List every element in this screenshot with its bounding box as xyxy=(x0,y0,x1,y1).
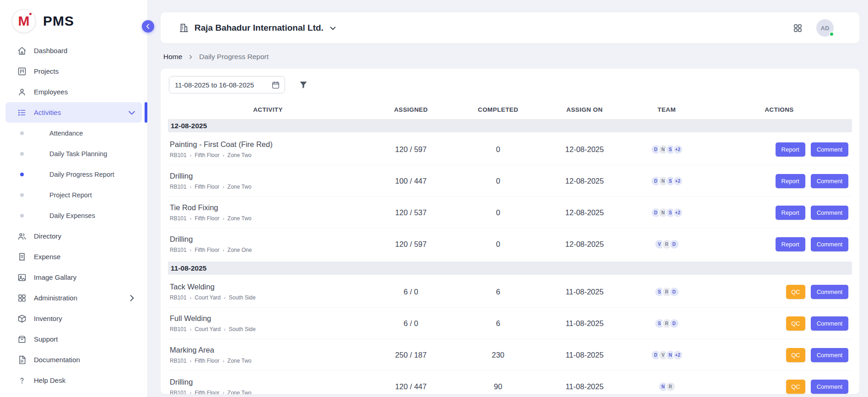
report-button[interactable]: Report xyxy=(776,142,805,157)
qc-button[interactable]: QC xyxy=(786,348,805,362)
bullet-icon xyxy=(20,173,24,176)
gallery-icon xyxy=(17,273,27,282)
report-button[interactable]: Report xyxy=(776,206,805,220)
team-member-avatar: D xyxy=(669,287,679,297)
active-indicator-bar xyxy=(145,102,147,123)
column-header-activity: ACTIVITY xyxy=(168,106,368,113)
apps-grid-icon[interactable] xyxy=(793,23,803,33)
date-range-input[interactable]: 11-08-2025 to 16-08-2025 xyxy=(169,76,285,93)
sidebar-item-label: Administration xyxy=(34,294,77,302)
comment-button[interactable]: Comment xyxy=(811,285,848,299)
sidebar-subitem-project-report[interactable]: Project Report xyxy=(5,185,142,205)
pms-logo-icon: M xyxy=(12,9,36,33)
activity-cell: Marking AreaRB101›Fifth Floor›Zone Two xyxy=(168,346,368,364)
qc-button[interactable]: QC xyxy=(786,380,805,394)
sidebar-item-employees[interactable]: Employees xyxy=(5,82,142,102)
chevron-down-icon xyxy=(329,24,337,32)
comment-button[interactable]: Comment xyxy=(811,142,848,157)
sidebar-item-label: Documentation xyxy=(34,356,80,364)
sidebar-item-label: Directory xyxy=(34,232,61,240)
comment-button[interactable]: Comment xyxy=(811,237,848,251)
comment-button[interactable]: Comment xyxy=(811,316,848,331)
breadcrumb-home[interactable]: Home xyxy=(163,53,182,61)
column-header-assigned: ASSIGNED xyxy=(368,106,454,113)
sidebar-item-expense[interactable]: Expense xyxy=(5,246,142,267)
sidebar-item-label: Support xyxy=(34,335,58,343)
sidebar-subitem-daily-task-planning[interactable]: Daily Task Planning xyxy=(5,143,142,164)
path-separator-icon: › xyxy=(222,359,224,364)
team-extra-count: +2 xyxy=(673,350,683,360)
report-button[interactable]: Report xyxy=(776,174,805,188)
assigned-cell: 120 / 537 xyxy=(368,208,454,217)
comment-button[interactable]: Comment xyxy=(811,380,848,394)
path-separator-icon: › xyxy=(222,153,224,158)
report-button[interactable]: Report xyxy=(776,237,805,251)
assigned-cell: 120 / 597 xyxy=(368,240,454,249)
sidebar-item-help-desk[interactable]: Help Desk xyxy=(5,370,142,391)
path-separator-icon: › xyxy=(224,327,226,332)
path-segment: Fifth Floor xyxy=(194,247,219,253)
assigned-cell: 6 / 0 xyxy=(368,288,454,296)
activity-cell: Tie Rod FixingRB101›Fifth Floor›Zone Two xyxy=(168,203,368,222)
qc-button[interactable]: QC xyxy=(786,285,805,299)
team-member-avatar: D xyxy=(669,318,679,329)
activity-name: Painting - First Coat (Fire Red) xyxy=(168,140,368,149)
sidebar-item-label: Employees xyxy=(34,88,68,96)
path-segment: Fifth Floor xyxy=(194,390,219,395)
path-segment: Zone One xyxy=(227,247,252,253)
sidebar-item-projects[interactable]: Projects xyxy=(5,61,142,82)
sidebar-item-documentation[interactable]: Documentation xyxy=(5,349,142,370)
bullet-icon xyxy=(20,193,24,197)
date-range-value: 11-08-2025 to 16-08-2025 xyxy=(175,81,254,89)
activity-location-path: RB101›Fifth Floor›Zone One xyxy=(168,247,368,253)
sidebar-item-image-gallary[interactable]: Image Gallary xyxy=(5,267,142,288)
comment-button[interactable]: Comment xyxy=(811,348,848,362)
sidebar-subitem-daily-progress-report[interactable]: Daily Progress Report xyxy=(5,164,142,185)
actions-cell: ReportComment xyxy=(706,206,852,220)
activities-icon xyxy=(17,108,27,117)
path-segment: South Side xyxy=(229,326,256,332)
breadcrumb-current: Daily Progress Report xyxy=(199,53,269,61)
sidebar-item-support[interactable]: Support xyxy=(5,329,142,349)
team-cell: DNS+2 xyxy=(627,176,706,186)
sidebar-item-inventory[interactable]: Inventory xyxy=(5,308,142,329)
assigned-cell: 100 / 447 xyxy=(368,177,454,185)
actions-cell: QCComment xyxy=(706,380,852,394)
sidebar-item-dashboard[interactable]: Dashboard xyxy=(5,40,142,61)
sidebar-subitem-attendance[interactable]: Attendance xyxy=(5,123,142,143)
activity-name: Drilling xyxy=(168,235,368,244)
comment-button[interactable]: Comment xyxy=(811,206,848,220)
sidebar-subitem-label: Daily Progress Report xyxy=(49,171,114,178)
sidebar-item-activities[interactable]: Activities xyxy=(5,102,142,123)
activity-name: Full Welding xyxy=(168,314,368,323)
path-segment: Fifth Floor xyxy=(194,184,219,190)
qc-button[interactable]: QC xyxy=(786,316,805,331)
bullet-icon xyxy=(20,131,24,135)
table-row: Full WeldingRB101›Court Yard›South Side6… xyxy=(168,308,852,339)
comment-button[interactable]: Comment xyxy=(811,174,848,188)
sidebar-item-directory[interactable]: Directory xyxy=(5,226,142,246)
top-header-bar: Raja Bahadur International Ltd. AD xyxy=(161,12,859,44)
activity-cell: Tack WeldingRB101›Court Yard›South Side xyxy=(168,283,368,301)
sidebar-subitem-daily-expenses[interactable]: Daily Expenses xyxy=(5,205,142,226)
table-row: Tie Rod FixingRB101›Fifth Floor›Zone Two… xyxy=(168,197,852,228)
user-avatar[interactable]: AD xyxy=(816,19,834,37)
filter-icon[interactable] xyxy=(299,80,308,89)
path-segment: Zone Two xyxy=(227,358,251,364)
home-icon xyxy=(17,46,27,55)
path-segment: RB101 xyxy=(170,326,187,332)
team-cell: DVN+2 xyxy=(627,350,706,360)
path-segment: RB101 xyxy=(170,390,187,395)
path-segment: RB101 xyxy=(170,358,187,364)
actions-cell: ReportComment xyxy=(706,142,852,157)
table-row: Tack WeldingRB101›Court Yard›South Side6… xyxy=(168,276,852,308)
sidebar-collapse-button[interactable] xyxy=(142,20,154,33)
company-selector[interactable]: Raja Bahadur International Ltd. xyxy=(179,23,337,33)
completed-cell: 90 xyxy=(454,382,542,391)
path-segment: Zone Two xyxy=(227,184,251,190)
completed-cell: 0 xyxy=(454,145,542,154)
directory-icon xyxy=(17,232,27,241)
building-icon xyxy=(179,23,189,33)
sidebar-subitem-label: Daily Task Planning xyxy=(49,150,107,158)
sidebar-item-administration[interactable]: Administration xyxy=(5,288,142,308)
